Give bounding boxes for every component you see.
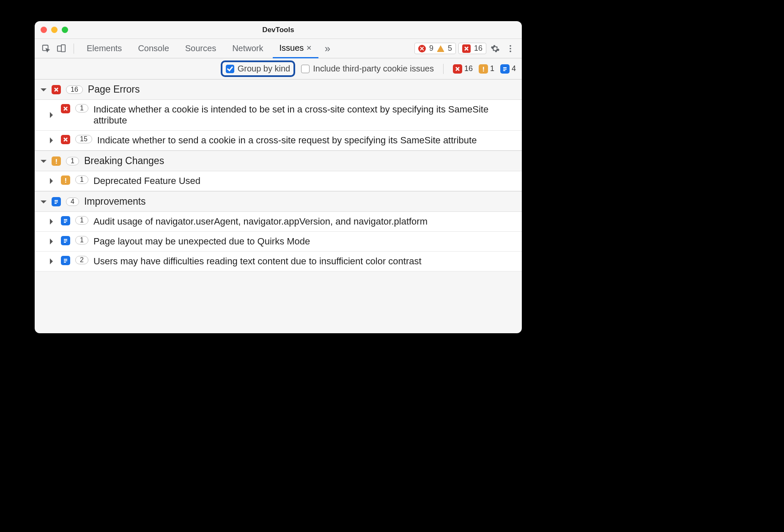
- svg-point-5: [510, 50, 511, 52]
- count-badge: 1: [66, 157, 79, 165]
- count-badge: 16: [66, 85, 83, 94]
- filter-bar: Group by kind Include third-party cookie…: [35, 58, 522, 80]
- svg-rect-18: [64, 219, 67, 220]
- info-chat-icon: [52, 197, 61, 206]
- error-chat-icon: [52, 85, 61, 94]
- group-breaking-changes[interactable]: 1 Breaking Changes: [35, 151, 522, 171]
- issue-title: Indicate whether a cookie is intended to…: [93, 104, 516, 126]
- svg-point-3: [510, 45, 511, 47]
- count-badge: 1: [75, 216, 88, 225]
- svg-rect-13: [65, 178, 66, 181]
- svg-rect-24: [64, 259, 67, 260]
- svg-point-4: [510, 48, 511, 49]
- svg-rect-19: [64, 221, 67, 222]
- svg-rect-8: [503, 67, 507, 68]
- group-page-errors[interactable]: 16 Page Errors: [35, 80, 522, 100]
- issue-title: Users may have difficulties reading text…: [93, 256, 516, 267]
- chevron-right-icon: [50, 137, 56, 143]
- chevron-right-icon: [50, 178, 56, 184]
- issues-counter[interactable]: 16: [458, 43, 486, 54]
- window-title: DevTools: [35, 26, 522, 34]
- warning-icon: [437, 45, 444, 52]
- info-chat-icon: [61, 236, 70, 245]
- issue-row[interactable]: 2 Users may have difficulties reading te…: [35, 252, 522, 271]
- console-counters[interactable]: ✕9 5: [414, 43, 456, 54]
- tab-network[interactable]: Network: [225, 39, 270, 58]
- count-badge: 4: [66, 197, 79, 206]
- close-window-button[interactable]: [41, 27, 47, 33]
- svg-rect-11: [56, 159, 57, 162]
- warning-chat-icon: [52, 156, 61, 166]
- info-count-chip[interactable]: 4: [500, 64, 516, 74]
- group-improvements[interactable]: 4 Improvements: [35, 191, 522, 212]
- svg-rect-17: [55, 203, 57, 204]
- chevron-down-icon: [41, 200, 47, 206]
- svg-rect-15: [55, 200, 58, 201]
- issues-list: 16 Page Errors 1 Indicate whether a cook…: [35, 80, 522, 271]
- warning-chat-icon: [61, 176, 70, 185]
- zoom-window-button[interactable]: [62, 27, 68, 33]
- chevron-right-icon: [50, 112, 56, 118]
- svg-rect-9: [503, 69, 507, 69]
- tab-elements[interactable]: Elements: [80, 39, 129, 58]
- issue-row[interactable]: 1 Audit usage of navigator.userAgent, na…: [35, 212, 522, 232]
- group-by-kind-checkbox[interactable]: Group by kind: [221, 60, 296, 77]
- svg-rect-2: [61, 44, 65, 52]
- group-title: Improvements: [84, 196, 146, 207]
- checkbox-icon: [301, 65, 310, 73]
- issue-title: Page layout may be unexpected due to Qui…: [93, 236, 516, 247]
- count-badge: 1: [75, 176, 88, 184]
- chevron-down-icon: [41, 88, 47, 94]
- chevron-down-icon: [41, 160, 47, 166]
- svg-rect-21: [64, 239, 67, 240]
- panel-tabbar: Elements Console Sources Network Issues …: [35, 39, 522, 58]
- checkbox-icon: [226, 65, 234, 73]
- count-badge: 15: [75, 135, 92, 143]
- error-icon: ✕: [418, 45, 426, 52]
- tab-issues[interactable]: Issues ✕: [273, 39, 319, 58]
- info-chat-icon: [500, 64, 510, 74]
- inspect-element-button[interactable]: [40, 42, 52, 55]
- issues-error-icon: [462, 44, 471, 53]
- error-chat-icon: [453, 64, 462, 74]
- count-badge: 1: [75, 104, 88, 112]
- devtools-window: DevTools Elements Console Sources Networ…: [35, 21, 522, 333]
- chevron-right-icon: [50, 239, 56, 244]
- svg-rect-23: [64, 242, 66, 243]
- group-title: Page Errors: [88, 84, 140, 95]
- svg-rect-10: [503, 70, 505, 71]
- warning-chat-icon: [479, 64, 488, 74]
- tab-sources[interactable]: Sources: [178, 39, 223, 58]
- issue-row[interactable]: 1 Deprecated Feature Used: [35, 171, 522, 191]
- chevron-right-icon: [50, 258, 56, 264]
- info-chat-icon: [61, 216, 70, 225]
- issue-title: Audit usage of navigator.userAgent, navi…: [93, 216, 516, 227]
- close-tab-icon[interactable]: ✕: [306, 44, 312, 52]
- minimize-window-button[interactable]: [51, 27, 58, 33]
- include-third-party-checkbox[interactable]: Include third-party cookie issues: [301, 64, 434, 74]
- svg-rect-20: [64, 222, 66, 223]
- titlebar: DevTools: [35, 21, 522, 39]
- error-chat-icon: [61, 104, 70, 113]
- svg-rect-6: [483, 67, 484, 70]
- svg-rect-26: [64, 262, 66, 263]
- chevron-right-icon: [50, 219, 56, 225]
- divider: [443, 64, 444, 74]
- error-count-chip[interactable]: 16: [453, 64, 473, 74]
- divider: [74, 44, 74, 54]
- count-badge: 1: [75, 236, 88, 244]
- warning-count-chip[interactable]: 1: [479, 64, 494, 74]
- more-tabs-button[interactable]: »: [321, 42, 334, 55]
- tab-console[interactable]: Console: [131, 39, 175, 58]
- issue-row[interactable]: 15 Indicate whether to send a cookie in …: [35, 131, 522, 151]
- window-traffic-lights: [41, 27, 68, 33]
- settings-button[interactable]: [489, 42, 502, 55]
- issue-row[interactable]: 1 Page layout may be unexpected due to Q…: [35, 232, 522, 252]
- device-toggle-button[interactable]: [55, 42, 68, 55]
- kebab-menu-button[interactable]: [504, 42, 517, 55]
- svg-rect-25: [64, 261, 67, 261]
- info-chat-icon: [61, 256, 70, 265]
- count-badge: 2: [75, 256, 88, 264]
- svg-rect-16: [55, 201, 58, 202]
- issue-row[interactable]: 1 Indicate whether a cookie is intended …: [35, 100, 522, 131]
